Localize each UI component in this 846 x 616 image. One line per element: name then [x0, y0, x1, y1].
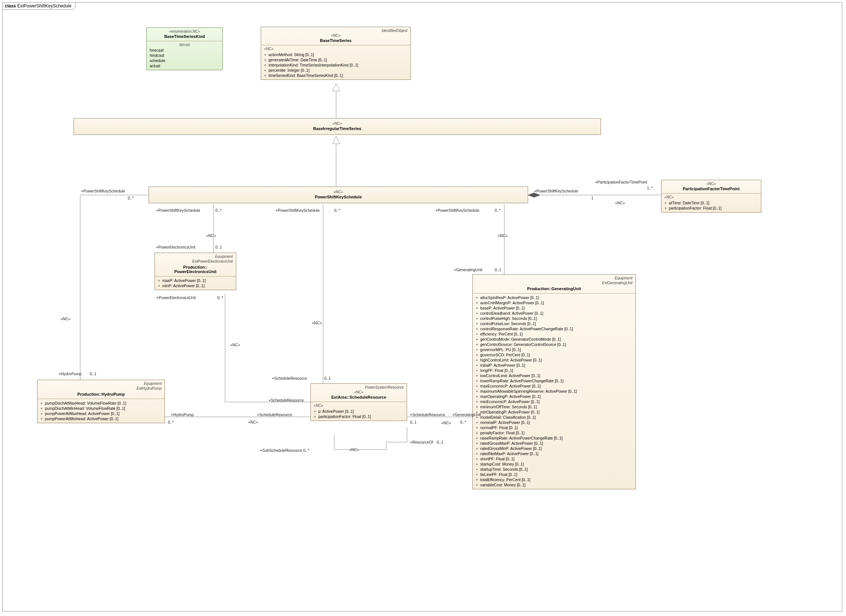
attr: +startupCost: Money [0..1]: [476, 462, 633, 467]
role-label: +PowerShiftKeySchedule: [81, 189, 125, 193]
attr: +controlDeadband: ActivePower [0..1]: [476, 310, 633, 316]
parent-stereo2: ExtGeneratingUnit: [476, 281, 633, 286]
attr: +ratedGrossMaxP: ActivePower [0..1]: [476, 441, 633, 446]
attr: +baseP: ActivePower [0..1]: [476, 306, 633, 310]
attr: +shortPF: Float [0..1]: [476, 456, 633, 462]
nc-label: «NC»: [498, 233, 508, 238]
attr: +maxOperatingP: ActivePower [0..1]: [476, 394, 633, 399]
literal: schedule: [150, 58, 219, 63]
attr: +governorSCD: PerCent [0..1]: [476, 352, 633, 357]
attr: interpolationKind: TimeSeriesInterpolati…: [269, 63, 358, 67]
class-base-time-series-kind: «enumeration,NC» BaseTimeSeriesKind lite…: [146, 28, 223, 70]
mult-label: 0..1: [215, 245, 222, 249]
class-name: BaseTimeSeriesKind: [150, 34, 219, 40]
attr: +efficiency: PerCent [0..1]: [476, 331, 633, 337]
mult-label: 0..*: [215, 208, 221, 213]
attr: +modelDetail: Classification [0..1]: [476, 415, 633, 420]
class-generating-unit: Equipment ExtGeneratingUnit Production::…: [472, 274, 636, 489]
role-label: +ScheduleResource: [269, 398, 304, 402]
attr: +longPF: Float [0..1]: [476, 368, 633, 373]
mult-label: 0..*: [168, 420, 174, 424]
role-label: +PowerShiftKeySchedule: [534, 189, 578, 193]
class-schedule-resource: PowerSystemResource «NC» ExtArea::Schedu…: [310, 384, 407, 421]
attr: pumpDischAtMinHead: VolumeFlowRate [0..1…: [45, 406, 125, 410]
attr: generatedAtTime: DateTime [0..1]: [269, 57, 327, 62]
parent-stereo: PowerSystemResource: [314, 385, 404, 390]
role-label: +HydroPump: [59, 372, 82, 376]
nc-label: «NC»: [615, 201, 625, 205]
nc-label: «NC»: [248, 420, 258, 424]
role-label: +PowerElectronicsUnit: [156, 296, 196, 300]
attr: pumpPowerAtMaxHead: ActivePower [0..1]: [45, 411, 120, 416]
attr: +maximumAllowableSpinningReserve: Active…: [476, 389, 633, 394]
parent-stereo: Equipment: [41, 382, 162, 387]
literal: hindcast: [150, 53, 219, 58]
parent-stereo2: ExtPowerElectronicsUnit: [158, 259, 233, 264]
attr: +genControlSource: GeneratorControlSourc…: [476, 342, 633, 347]
role-label: +ResourceOf: [410, 440, 433, 444]
role-label: +SubScheduleResource 0..*: [260, 448, 309, 453]
frame-title-name: ExtPowerShiftKeySchedule: [17, 3, 71, 9]
class-name-ns: Production::: [183, 265, 207, 269]
attr: +minEconomicP: ActivePower [0..1]: [476, 399, 633, 404]
section-stereo: «NC»: [264, 47, 407, 52]
mult-label: 1: [591, 196, 593, 200]
attr: participationFactor: Float [0..1]: [318, 414, 371, 419]
attr: pumpPowerAtMinHead: ActivePower [0..1]: [45, 416, 119, 421]
mult-label: 0..1: [324, 376, 331, 381]
nc-label: «NC»: [441, 420, 451, 425]
nc-label: «NC»: [60, 316, 70, 321]
class-name: Production::GeneratingUnit: [476, 286, 633, 292]
mult-label: 0..1: [495, 268, 501, 272]
mult-label: 0..*: [460, 420, 466, 424]
class-hydro-pump: Equipment ExtHydroPump Production::Hydro…: [37, 380, 165, 423]
mult-label: 0..*: [495, 208, 501, 213]
class-name: PowerShiftKeySchedule: [152, 194, 525, 200]
parent-stereo2: ExtHydroPump: [41, 387, 162, 391]
section-stereo: «NC»: [664, 195, 758, 200]
attr: participationFactor: Float [0..1]: [669, 206, 721, 210]
attr: +highControlLimit: ActivePower [0..1]: [476, 357, 633, 363]
role-label: +GeneratingUnit: [452, 412, 481, 417]
mult-label: 0..1: [410, 420, 417, 424]
attr: +ratedNetMaxP: ActivePower [0..1]: [476, 451, 633, 456]
stereo: «NC»: [314, 390, 404, 394]
attr: +lowerRampRate: ActivePowerChangeRate [0…: [476, 378, 633, 384]
mult-label: 0..*: [128, 196, 134, 200]
role-label: +GeneratingUnit: [454, 268, 482, 272]
section-stereo: «NC»: [314, 403, 404, 409]
attr: +ratedGrossMinP: ActivePower [0..1]: [476, 446, 633, 451]
stereo: «NC»: [152, 190, 525, 194]
attr: +autoCntrlMarginP: ActivePower [0..1]: [476, 300, 633, 306]
role-label: +HydroPump: [171, 412, 194, 417]
parent-stereo: Equipment: [476, 276, 633, 281]
attr: +tieLinePF: Float [0..1]: [476, 472, 633, 477]
attr: +governorMPL: PU [0..1]: [476, 347, 633, 352]
nc-label: «NC»: [349, 447, 359, 452]
class-name: Production::HydroPump: [41, 391, 162, 397]
role-label: +PowerShiftKeySchedule: [435, 208, 479, 213]
class-participation-factor-time-point: «NC» ParticipationFactorTimePoint «NC» +…: [661, 180, 761, 213]
attr: +lowControlLimit: ActivePower [0..1]: [476, 373, 633, 378]
nc-label: «NC»: [312, 320, 322, 325]
role-label: +ScheduleResource: [410, 412, 445, 417]
diagram-frame: class ExtPowerShiftKeySchedule: [2, 2, 842, 612]
attr: maxP: ActivePower [0..1]: [162, 278, 206, 283]
class-power-electronics-unit: Equipment ExtPowerElectronicsUnit Produc…: [154, 253, 236, 290]
attr: +minimumOffTime: Seconds [0..1]: [476, 404, 633, 409]
stereo: «NC»: [664, 182, 758, 186]
parent-stereo: IdentifiedObject: [264, 29, 407, 34]
attr: p: ActivePower [0..1]: [318, 409, 354, 413]
role-label: +PowerElectronicsUnit: [156, 245, 195, 249]
stereo: «NC»: [77, 122, 598, 126]
mult-label: 1..*: [647, 186, 653, 190]
stereo: «enumeration,NC»: [150, 29, 219, 34]
attr: atTime: DateTime [0..1]: [669, 201, 709, 205]
stereo: «NC»: [264, 34, 407, 38]
attr: +variableCost: Money [0..1]: [476, 482, 633, 487]
class-base-time-series: IdentifiedObject «NC» BaseTimeSeries «NC…: [261, 27, 411, 80]
attr: pumpDischAtMaxHead: VolumeFlowRate [0..1…: [45, 401, 126, 405]
class-power-shift-key-schedule: «NC» PowerShiftKeySchedule: [148, 187, 528, 203]
attr: +initialP: ActivePower [0..1]: [476, 363, 633, 368]
attr: +genControlMode: GeneratorControlMode [0…: [476, 337, 633, 342]
